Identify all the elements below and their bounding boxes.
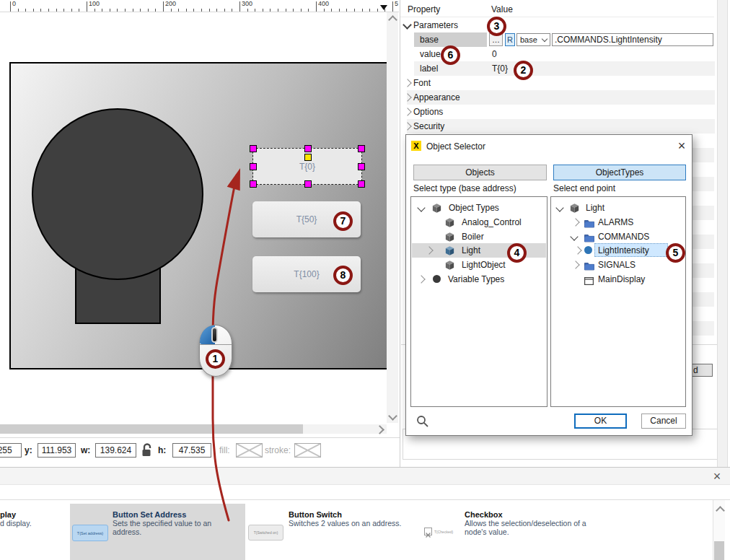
property-column-header: Property <box>408 4 440 14</box>
mouse-wheel <box>211 327 218 343</box>
resize-handle[interactable] <box>250 180 257 188</box>
fill-label: fill: <box>219 445 230 455</box>
tree-item-signals[interactable]: SIGNALS <box>552 258 685 272</box>
toolbox-scrollbar[interactable] <box>713 500 725 560</box>
tree-item-analog-control[interactable]: Analog_Control <box>412 215 546 229</box>
property-group-parameters[interactable]: Parameters <box>401 18 715 32</box>
property-row-base[interactable]: base … R base .COMMANDS.LightIntensity <box>401 32 715 47</box>
scrollbar-thumb[interactable] <box>0 424 303 434</box>
value-column-header: Value <box>491 4 513 14</box>
toolbox-item-button-switch[interactable]: T{Switched on} Button Switch Switches 2 … <box>246 504 421 560</box>
variable-type-icon <box>433 275 441 283</box>
ruler-position-marker <box>380 5 387 10</box>
object-type-icon <box>445 217 454 230</box>
tree-item-lightobject[interactable]: LightObject <box>412 258 546 272</box>
tree-item-commands[interactable]: COMMANDS <box>552 229 685 244</box>
annotation-1: 1 <box>206 349 225 369</box>
chevron-expanded-icon[interactable] <box>555 204 563 211</box>
endpoint-tree: Light ALARMS COMMANDS LightIntensity <box>550 196 686 407</box>
label-cell: T{0} <box>492 64 508 74</box>
tree-item-variable-types[interactable]: Variable Types <box>412 272 546 286</box>
annotation-5: 5 <box>666 243 685 263</box>
chevron-collapsed-icon[interactable] <box>425 246 433 254</box>
chevron-collapsed-icon[interactable] <box>403 108 411 115</box>
tree-item-boiler[interactable]: Boiler <box>412 229 546 244</box>
close-panel-icon[interactable]: × <box>710 470 724 484</box>
tree-item-lightintensity-selected[interactable]: LightIntensity <box>552 243 685 258</box>
resize-handle[interactable] <box>304 145 312 152</box>
resize-handle[interactable] <box>250 163 257 170</box>
toolbox-item-desc-clipped: d display. <box>0 519 32 528</box>
canvas-horizontal-scrollbar[interactable] <box>0 424 387 434</box>
chevron-collapsed-icon[interactable] <box>403 79 411 87</box>
r-button[interactable]: R <box>505 33 515 46</box>
checkbox-icon-label: T{Checked} <box>434 530 453 534</box>
resize-handle[interactable] <box>358 145 365 152</box>
property-group-options[interactable]: Options <box>401 105 715 119</box>
chevron-expanded-icon[interactable] <box>417 204 425 211</box>
resize-handle[interactable] <box>304 180 312 188</box>
toolbox-item-checkbox[interactable]: T{Checked} Checkbox Allows the selection… <box>422 504 597 560</box>
chevron-collapsed-icon[interactable] <box>573 246 581 254</box>
chevron-expanded-icon[interactable] <box>570 232 578 240</box>
tree-item-maindisplay[interactable]: MainDisplay <box>552 272 685 286</box>
left-tree-label: Select type (base address) <box>413 183 516 193</box>
app-logo-icon: X <box>411 141 421 151</box>
status-bar: .255 y: 111.953 w: 139.624 h: 47.535 fil… <box>0 437 400 468</box>
lock-icon[interactable] <box>141 442 153 461</box>
w-field[interactable]: 139.624 <box>95 443 136 458</box>
tree-item-light-root[interactable]: Light <box>552 201 685 215</box>
chevron-collapsed-icon[interactable] <box>571 218 579 226</box>
property-scrollbar[interactable] <box>717 0 728 467</box>
annotation-2: 2 <box>514 61 533 80</box>
button-switch-icon: T{Switched on} <box>248 525 283 541</box>
y-field[interactable]: 111.953 <box>38 443 76 458</box>
dialog-close-icon[interactable]: × <box>673 137 690 154</box>
panel-divider <box>400 0 400 467</box>
rotate-handle[interactable] <box>304 154 312 161</box>
scroll-down-icon[interactable] <box>388 411 397 421</box>
x-field[interactable]: .255 <box>0 443 22 458</box>
object-selector-dialog: X Object Selector × Objects ObjectTypes … <box>405 134 692 436</box>
ruler-label: 0 <box>12 0 16 7</box>
property-group-security[interactable]: Security <box>401 119 715 134</box>
search-icon[interactable] <box>416 415 429 431</box>
tree-item-object-types[interactable]: Object Types <box>412 201 546 215</box>
stroke-swatch[interactable] <box>294 443 321 458</box>
tab-objects[interactable]: Objects <box>413 165 547 180</box>
chevron-collapsed-icon[interactable] <box>571 261 579 268</box>
cancel-button[interactable]: Cancel <box>641 414 686 429</box>
ruler-label: 100 <box>89 0 100 7</box>
value-cell: 0 <box>492 49 497 59</box>
property-group-font[interactable]: Font <box>401 76 715 90</box>
scrollbar-thumb[interactable] <box>714 541 724 560</box>
property-group-appearance[interactable]: Appearance <box>401 90 715 105</box>
tab-object-types[interactable]: ObjectTypes <box>553 165 686 180</box>
endpoint-dot-icon <box>584 246 592 254</box>
base-address-input[interactable]: .COMMANDS.LightIntensity <box>552 33 713 46</box>
canvas-button-t0-selected[interactable]: T{0} <box>252 148 362 185</box>
object-type-icon <box>570 203 579 216</box>
boiler-circle-shape[interactable] <box>32 108 203 280</box>
h-field[interactable]: 47.535 <box>172 443 211 458</box>
annotation-3: 3 <box>487 17 506 36</box>
design-canvas[interactable]: T{50} T{100} T{0} <box>0 12 387 423</box>
fill-swatch[interactable] <box>236 443 263 458</box>
scroll-up-icon[interactable] <box>716 506 725 515</box>
ok-button[interactable]: OK <box>574 414 627 429</box>
chevron-expanded-icon[interactable] <box>403 20 412 30</box>
h-label: h: <box>158 445 166 455</box>
tree-item-alarms[interactable]: ALARMS <box>552 215 685 229</box>
canvas-vertical-scrollbar[interactable] <box>387 12 398 423</box>
chevron-collapsed-icon[interactable] <box>417 275 425 283</box>
annotation-4: 4 <box>507 243 527 263</box>
ruler-label: 400 <box>318 0 329 7</box>
button-set-address-icon: T{Set address} <box>72 525 108 541</box>
resize-handle[interactable] <box>358 180 365 188</box>
toolbox-item-button-set-address[interactable]: T{Set address} Button Set Address Sets t… <box>70 504 245 560</box>
scroll-up-icon[interactable] <box>388 15 397 25</box>
resize-handle[interactable] <box>250 145 257 152</box>
scroll-right-icon[interactable] <box>375 425 384 434</box>
resize-handle[interactable] <box>358 163 365 170</box>
base-dropdown[interactable]: base <box>516 33 550 46</box>
